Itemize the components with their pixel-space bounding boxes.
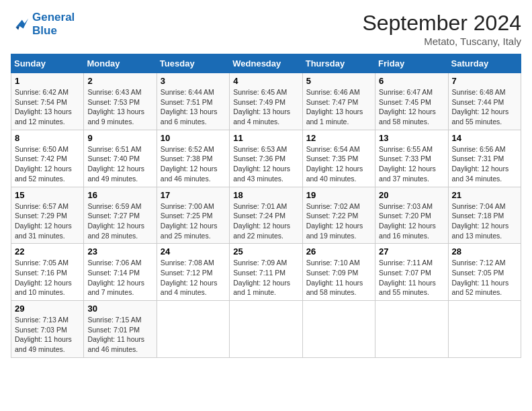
day-info: Sunrise: 6:57 AM Sunset: 7:29 PM Dayligh… bbox=[15, 201, 80, 241]
day-number: 7 bbox=[452, 76, 517, 86]
calendar-table: SundayMondayTuesdayWednesdayThursdayFrid… bbox=[11, 54, 521, 358]
day-cell: 2 Sunrise: 6:43 AM Sunset: 7:53 PM Dayli… bbox=[84, 73, 157, 130]
day-cell: 11 Sunrise: 6:53 AM Sunset: 7:36 PM Dayl… bbox=[230, 130, 302, 187]
day-number: 10 bbox=[161, 133, 226, 143]
day-number: 27 bbox=[379, 246, 444, 257]
week-row-2: 8 Sunrise: 6:50 AM Sunset: 7:42 PM Dayli… bbox=[11, 130, 521, 187]
day-info: Sunrise: 7:03 AM Sunset: 7:20 PM Dayligh… bbox=[379, 201, 444, 241]
day-number: 11 bbox=[233, 133, 298, 143]
day-number: 23 bbox=[87, 246, 152, 257]
month-title: September 2024 bbox=[362, 11, 521, 36]
day-number: 25 bbox=[233, 246, 298, 257]
day-number: 20 bbox=[379, 190, 444, 200]
day-number: 14 bbox=[452, 133, 517, 143]
week-row-5: 29 Sunrise: 7:13 AM Sunset: 7:03 PM Dayl… bbox=[11, 301, 521, 358]
day-number: 21 bbox=[452, 190, 517, 200]
day-number: 2 bbox=[87, 76, 152, 86]
day-number: 22 bbox=[15, 246, 80, 257]
location: Metato, Tuscany, Italy bbox=[362, 36, 521, 47]
col-header-thursday: Thursday bbox=[302, 54, 375, 73]
day-info: Sunrise: 6:55 AM Sunset: 7:33 PM Dayligh… bbox=[379, 144, 444, 184]
day-cell bbox=[157, 301, 229, 358]
day-number: 12 bbox=[306, 133, 371, 143]
week-row-3: 15 Sunrise: 6:57 AM Sunset: 7:29 PM Dayl… bbox=[11, 187, 521, 244]
day-info: Sunrise: 6:46 AM Sunset: 7:47 PM Dayligh… bbox=[306, 87, 371, 127]
day-cell: 21 Sunrise: 7:04 AM Sunset: 7:18 PM Dayl… bbox=[448, 187, 521, 244]
day-cell: 25 Sunrise: 7:09 AM Sunset: 7:11 PM Dayl… bbox=[230, 244, 302, 301]
day-info: Sunrise: 7:13 AM Sunset: 7:03 PM Dayligh… bbox=[15, 315, 80, 355]
day-number: 13 bbox=[379, 133, 444, 143]
day-info: Sunrise: 7:12 AM Sunset: 7:05 PM Dayligh… bbox=[452, 258, 517, 298]
day-cell bbox=[375, 301, 448, 358]
day-number: 19 bbox=[306, 190, 371, 200]
day-cell: 14 Sunrise: 6:56 AM Sunset: 7:31 PM Dayl… bbox=[448, 130, 521, 187]
day-cell: 15 Sunrise: 6:57 AM Sunset: 7:29 PM Dayl… bbox=[11, 187, 84, 244]
week-row-1: 1 Sunrise: 6:42 AM Sunset: 7:54 PM Dayli… bbox=[11, 73, 521, 130]
day-cell: 5 Sunrise: 6:46 AM Sunset: 7:47 PM Dayli… bbox=[302, 73, 375, 130]
col-header-friday: Friday bbox=[375, 54, 448, 73]
day-cell: 22 Sunrise: 7:05 AM Sunset: 7:16 PM Dayl… bbox=[11, 244, 84, 301]
day-cell: 13 Sunrise: 6:55 AM Sunset: 7:33 PM Dayl… bbox=[375, 130, 448, 187]
day-cell: 24 Sunrise: 7:08 AM Sunset: 7:12 PM Dayl… bbox=[157, 244, 229, 301]
day-cell: 8 Sunrise: 6:50 AM Sunset: 7:42 PM Dayli… bbox=[11, 130, 84, 187]
day-cell: 1 Sunrise: 6:42 AM Sunset: 7:54 PM Dayli… bbox=[11, 73, 84, 130]
day-info: Sunrise: 6:48 AM Sunset: 7:44 PM Dayligh… bbox=[452, 87, 517, 127]
day-number: 8 bbox=[15, 133, 80, 143]
title-block: September 2024 Metato, Tuscany, Italy bbox=[362, 11, 521, 47]
page-header: GeneralBlue September 2024 Metato, Tusca… bbox=[11, 11, 521, 47]
day-number: 29 bbox=[15, 304, 80, 314]
day-cell: 18 Sunrise: 7:01 AM Sunset: 7:24 PM Dayl… bbox=[230, 187, 302, 244]
day-number: 26 bbox=[306, 246, 371, 257]
day-info: Sunrise: 7:01 AM Sunset: 7:24 PM Dayligh… bbox=[233, 201, 298, 241]
col-header-monday: Monday bbox=[84, 54, 157, 73]
col-header-tuesday: Tuesday bbox=[157, 54, 229, 73]
day-cell: 3 Sunrise: 6:44 AM Sunset: 7:51 PM Dayli… bbox=[157, 73, 229, 130]
logo: GeneralBlue bbox=[11, 11, 75, 37]
day-number: 3 bbox=[161, 76, 226, 86]
day-cell bbox=[302, 301, 375, 358]
day-cell: 26 Sunrise: 7:10 AM Sunset: 7:09 PM Dayl… bbox=[302, 244, 375, 301]
day-cell: 4 Sunrise: 6:45 AM Sunset: 7:49 PM Dayli… bbox=[230, 73, 302, 130]
col-header-saturday: Saturday bbox=[448, 54, 521, 73]
day-info: Sunrise: 7:00 AM Sunset: 7:25 PM Dayligh… bbox=[161, 201, 226, 241]
day-cell: 29 Sunrise: 7:13 AM Sunset: 7:03 PM Dayl… bbox=[11, 301, 84, 358]
day-cell: 12 Sunrise: 6:54 AM Sunset: 7:35 PM Dayl… bbox=[302, 130, 375, 187]
day-info: Sunrise: 6:45 AM Sunset: 7:49 PM Dayligh… bbox=[233, 87, 298, 127]
day-info: Sunrise: 7:10 AM Sunset: 7:09 PM Dayligh… bbox=[306, 258, 371, 298]
day-cell bbox=[230, 301, 302, 358]
day-cell: 27 Sunrise: 7:11 AM Sunset: 7:07 PM Dayl… bbox=[375, 244, 448, 301]
day-info: Sunrise: 7:04 AM Sunset: 7:18 PM Dayligh… bbox=[452, 201, 517, 241]
day-number: 24 bbox=[161, 246, 226, 257]
day-cell: 6 Sunrise: 6:47 AM Sunset: 7:45 PM Dayli… bbox=[375, 73, 448, 130]
day-number: 5 bbox=[306, 76, 371, 86]
day-info: Sunrise: 6:43 AM Sunset: 7:53 PM Dayligh… bbox=[87, 87, 152, 127]
day-info: Sunrise: 7:09 AM Sunset: 7:11 PM Dayligh… bbox=[233, 258, 298, 298]
day-info: Sunrise: 6:50 AM Sunset: 7:42 PM Dayligh… bbox=[15, 144, 80, 184]
day-cell bbox=[448, 301, 521, 358]
day-number: 4 bbox=[233, 76, 298, 86]
day-cell: 9 Sunrise: 6:51 AM Sunset: 7:40 PM Dayli… bbox=[84, 130, 157, 187]
day-cell: 19 Sunrise: 7:02 AM Sunset: 7:22 PM Dayl… bbox=[302, 187, 375, 244]
day-info: Sunrise: 7:05 AM Sunset: 7:16 PM Dayligh… bbox=[15, 258, 80, 298]
day-number: 1 bbox=[15, 76, 80, 86]
day-number: 30 bbox=[87, 304, 152, 314]
day-number: 17 bbox=[161, 190, 226, 200]
day-info: Sunrise: 6:59 AM Sunset: 7:27 PM Dayligh… bbox=[87, 201, 152, 241]
day-info: Sunrise: 6:42 AM Sunset: 7:54 PM Dayligh… bbox=[15, 87, 80, 127]
day-cell: 10 Sunrise: 6:52 AM Sunset: 7:38 PM Dayl… bbox=[157, 130, 229, 187]
day-info: Sunrise: 6:53 AM Sunset: 7:36 PM Dayligh… bbox=[233, 144, 298, 184]
header-row: SundayMondayTuesdayWednesdayThursdayFrid… bbox=[11, 54, 521, 73]
day-info: Sunrise: 6:52 AM Sunset: 7:38 PM Dayligh… bbox=[161, 144, 226, 184]
day-number: 15 bbox=[15, 190, 80, 200]
day-cell: 16 Sunrise: 6:59 AM Sunset: 7:27 PM Dayl… bbox=[84, 187, 157, 244]
day-info: Sunrise: 6:54 AM Sunset: 7:35 PM Dayligh… bbox=[306, 144, 371, 184]
week-row-4: 22 Sunrise: 7:05 AM Sunset: 7:16 PM Dayl… bbox=[11, 244, 521, 301]
day-number: 6 bbox=[379, 76, 444, 86]
logo-text: GeneralBlue bbox=[32, 11, 75, 37]
logo-icon bbox=[11, 15, 30, 34]
day-number: 28 bbox=[452, 246, 517, 257]
day-info: Sunrise: 6:56 AM Sunset: 7:31 PM Dayligh… bbox=[452, 144, 517, 184]
day-info: Sunrise: 6:44 AM Sunset: 7:51 PM Dayligh… bbox=[161, 87, 226, 127]
day-info: Sunrise: 7:08 AM Sunset: 7:12 PM Dayligh… bbox=[161, 258, 226, 298]
day-number: 16 bbox=[87, 190, 152, 200]
